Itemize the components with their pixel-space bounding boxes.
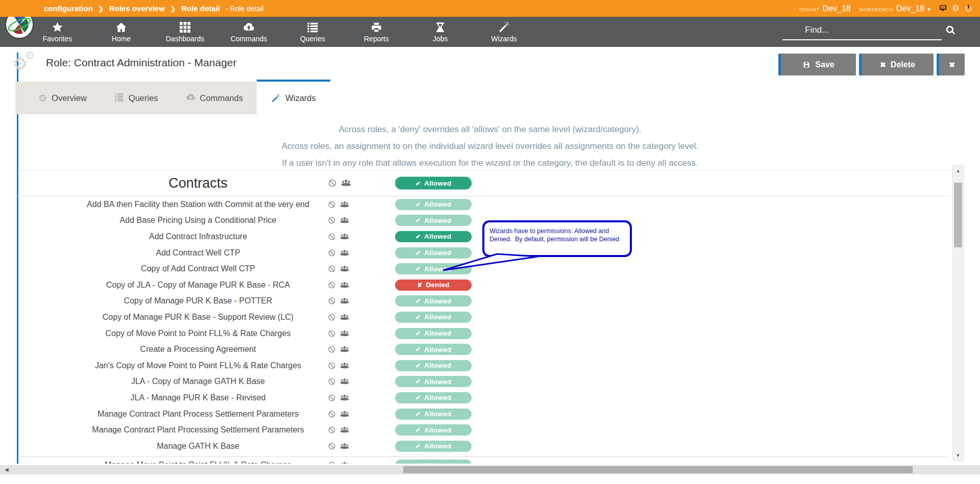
nav-item-queries[interactable]: Queries xyxy=(281,17,345,47)
check-icon: ✔ xyxy=(415,330,421,337)
power-icon[interactable] xyxy=(964,4,973,13)
horizontal-scrollbar[interactable]: ◀ xyxy=(0,465,980,474)
tab-commands[interactable]: Commands xyxy=(172,82,257,114)
users-icon[interactable] xyxy=(339,425,350,435)
status-badge[interactable]: ✔ Allowed xyxy=(395,344,472,355)
nav-item-jobs[interactable]: Jobs xyxy=(408,17,472,47)
users-icon[interactable] xyxy=(339,328,350,339)
ban-icon[interactable] xyxy=(328,461,336,464)
ban-icon[interactable] xyxy=(328,442,336,450)
nav-item-dashboards[interactable]: Dashboards xyxy=(153,17,217,47)
status-badge[interactable]: ✔ Allowed xyxy=(395,360,472,371)
status-badge[interactable]: ✔ Allowed xyxy=(395,328,472,339)
check-icon: ✔ xyxy=(415,443,421,450)
breadcrumb-item-roles-overview[interactable]: Roles overview xyxy=(109,4,165,13)
nav-item-wizards[interactable]: Wizards xyxy=(472,17,536,47)
ban-icon[interactable] xyxy=(328,426,336,434)
nav-item-commands[interactable]: Commands xyxy=(217,17,281,47)
inactive-tabs: ⚙ Overview Queries Commands xyxy=(15,82,257,114)
check-icon: ✔ xyxy=(415,426,421,434)
status-badge[interactable]: ✔ Allowed xyxy=(395,199,472,210)
ban-icon[interactable] xyxy=(328,297,336,305)
ban-icon[interactable] xyxy=(328,281,336,289)
ban-icon[interactable] xyxy=(328,377,336,386)
users-icon[interactable] xyxy=(339,361,350,371)
delete-button[interactable]: ✖ Delete xyxy=(859,54,934,75)
ban-icon[interactable] xyxy=(328,200,336,209)
wizard-row: Add BA then Facility then Station with C… xyxy=(17,196,950,213)
vertical-scrollbar[interactable]: ▲ ▼ xyxy=(952,165,964,461)
wizard-name: Copy of JLA - Copy of Manage PUR K Base … xyxy=(17,281,379,290)
nav-item-reports[interactable]: Reports xyxy=(345,17,408,47)
status-badge[interactable]: ✔ Allowed xyxy=(395,424,472,436)
ban-icon[interactable] xyxy=(328,345,336,353)
scroll-up-icon[interactable]: ▲ xyxy=(953,168,963,173)
status-badge[interactable]: ✘ Denied xyxy=(395,279,472,291)
cloud-upload-icon xyxy=(243,21,255,33)
status-badge[interactable]: ✔ Allowed xyxy=(395,392,472,403)
ban-icon[interactable] xyxy=(328,362,336,370)
wizard-name: Add Contract Infrastructure xyxy=(17,232,379,241)
tab-queries[interactable]: Queries xyxy=(101,82,172,114)
users-icon[interactable] xyxy=(339,312,350,322)
workbench-selector[interactable]: WORKBENCH Dev_18 ▾ xyxy=(859,4,930,13)
close-button[interactable]: ✖ xyxy=(937,54,965,75)
users-icon[interactable] xyxy=(339,215,350,225)
status-badge[interactable]: ✔ Allowed xyxy=(395,441,472,452)
check-icon: ✔ xyxy=(415,411,421,418)
nav-item-favorites[interactable]: Favorites xyxy=(26,17,89,47)
users-icon[interactable] xyxy=(339,376,350,387)
ban-icon[interactable] xyxy=(328,179,337,188)
scroll-down-icon[interactable]: ▼ xyxy=(953,453,963,458)
ban-icon[interactable] xyxy=(328,233,336,241)
ban-icon[interactable] xyxy=(328,394,336,402)
star-icon xyxy=(52,21,63,33)
users-icon[interactable] xyxy=(339,296,350,306)
users-icon[interactable] xyxy=(340,177,352,189)
status-badge[interactable]: ✔ Allowed xyxy=(395,215,472,226)
status-badge[interactable]: ✔ Allowed xyxy=(395,409,472,420)
tab-wizards[interactable]: Wizards xyxy=(257,80,330,114)
ban-icon[interactable] xyxy=(328,249,336,257)
users-icon[interactable] xyxy=(339,280,350,290)
users-icon[interactable] xyxy=(339,344,350,354)
ban-icon[interactable] xyxy=(328,329,336,338)
users-icon[interactable] xyxy=(339,199,350,210)
tenant-label: TENANT xyxy=(799,7,820,12)
save-button[interactable]: Save xyxy=(778,54,856,75)
users-icon[interactable] xyxy=(339,393,350,403)
status-badge[interactable]: ✔ Allowed xyxy=(395,231,472,242)
search-input[interactable] xyxy=(782,24,942,40)
users-icon[interactable] xyxy=(339,232,350,242)
status-badge[interactable]: ✔ Allowed xyxy=(395,376,472,387)
wizard-row: Manage Contract Plant Processing Settlem… xyxy=(17,422,950,438)
tenant-selector[interactable]: TENANT Dev_18 xyxy=(799,4,851,13)
gear-icon[interactable]: ⚙ xyxy=(952,4,960,13)
ban-icon[interactable] xyxy=(328,410,336,418)
breadcrumb-item-role-detail[interactable]: Role detail xyxy=(181,4,220,13)
users-icon[interactable] xyxy=(339,460,350,464)
status-badge[interactable]: ✔ Allowed xyxy=(395,295,472,307)
users-icon[interactable] xyxy=(339,441,350,451)
ban-icon[interactable] xyxy=(328,216,336,224)
horizontal-scroll-thumb[interactable] xyxy=(403,466,913,473)
users-icon[interactable] xyxy=(339,409,350,419)
nav-item-home[interactable]: Home xyxy=(89,17,153,47)
wizard-name: Jan's Copy of Move Point to Point FLL% &… xyxy=(17,361,379,370)
support-icon[interactable] xyxy=(939,4,947,13)
wizard-row: Manage Contract Plant Process Settlement… xyxy=(17,406,950,422)
check-icon: ✔ xyxy=(415,265,421,272)
wizard-row: Copy of JLA - Copy of Manage PUR K Base … xyxy=(17,277,950,293)
users-icon[interactable] xyxy=(339,264,350,274)
ban-icon[interactable] xyxy=(328,265,336,273)
vertical-scroll-thumb[interactable] xyxy=(954,183,962,247)
breadcrumb-item-configuration[interactable]: configuration xyxy=(44,4,93,13)
scroll-left-icon[interactable]: ◀ xyxy=(5,467,9,472)
status-badge[interactable]: ✔ Allowed xyxy=(395,312,472,323)
status-badge[interactable]: ✔ Allowed xyxy=(395,460,472,464)
category-status-badge[interactable]: ✔ Allowed xyxy=(395,177,472,190)
ban-icon[interactable] xyxy=(328,313,336,321)
tab-overview[interactable]: ⚙ Overview xyxy=(24,82,101,114)
users-icon[interactable] xyxy=(339,248,350,258)
search-icon[interactable] xyxy=(945,25,956,36)
